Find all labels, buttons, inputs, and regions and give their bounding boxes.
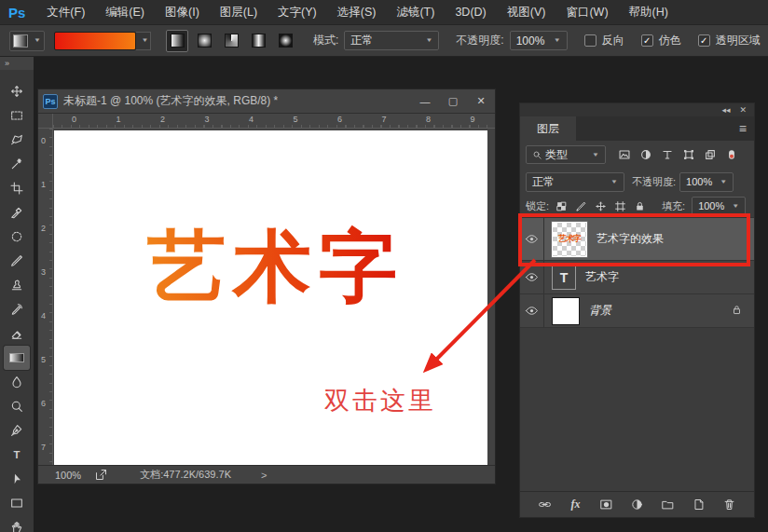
menu-item[interactable]: 文字(Y) xyxy=(267,0,327,25)
maximize-button[interactable]: ▢ xyxy=(439,92,467,111)
blend-mode-value: 正常 xyxy=(532,174,555,190)
lock-transparent-button[interactable] xyxy=(554,198,569,214)
rectangle-tool[interactable] xyxy=(4,491,30,515)
document-titlebar[interactable]: Ps 未标题-1 @ 100% (艺术字的效果, RGB/8) * — ▢ ✕ xyxy=(38,89,495,114)
mode-select[interactable]: 正常 ▼ xyxy=(344,31,439,50)
gradient-dropdown-button[interactable]: ▼ xyxy=(136,32,151,50)
pixel-filter-button[interactable] xyxy=(615,145,634,164)
brush-tool[interactable] xyxy=(4,249,30,273)
lasso-tool[interactable] xyxy=(4,128,30,152)
hand-tool[interactable] xyxy=(4,515,30,532)
adjustment-button[interactable] xyxy=(628,496,647,514)
gradient-type-radial-button[interactable] xyxy=(193,30,215,52)
menu-item[interactable]: 选择(S) xyxy=(327,0,387,25)
healing-brush-tool[interactable] xyxy=(4,225,30,249)
background-thumbnail[interactable] xyxy=(552,297,580,325)
type-filter-button[interactable] xyxy=(658,145,677,164)
link-button[interactable] xyxy=(536,496,555,514)
chevron-down-icon: ▼ xyxy=(720,179,727,185)
share-icon[interactable] xyxy=(94,468,108,482)
lock-label: 锁定: xyxy=(526,199,549,213)
checkbox-透明区域[interactable]: ✓透明区域 xyxy=(698,33,761,48)
mask-button[interactable] xyxy=(597,496,616,514)
crop-tool[interactable] xyxy=(4,176,30,200)
gradient-type-angle-button[interactable] xyxy=(220,30,242,52)
minimize-button[interactable]: — xyxy=(411,92,439,111)
dodge-tool[interactable] xyxy=(4,394,30,418)
ruler-number: 2 xyxy=(160,115,165,124)
menu-item[interactable]: 文件(F) xyxy=(36,0,95,25)
gradient-preset-picker[interactable]: ▼ xyxy=(9,31,45,51)
panel-dock-header: ◂◂ ✕ xyxy=(520,103,754,116)
lock-position-icon xyxy=(595,200,607,212)
adjustment-filter-button[interactable] xyxy=(637,145,655,164)
history-brush-tool[interactable] xyxy=(4,297,30,321)
magic-wand-icon xyxy=(9,157,24,171)
blur-icon xyxy=(9,375,24,389)
lock-pixels-button[interactable] xyxy=(573,198,589,214)
menu-item[interactable]: 窗口(W) xyxy=(555,0,618,25)
close-panel-icon[interactable]: ✕ xyxy=(739,105,747,115)
layer-name[interactable]: 背景 xyxy=(589,303,611,319)
panel-menu-icon[interactable]: ≡ xyxy=(739,116,754,141)
blur-tool[interactable] xyxy=(4,370,30,394)
marquee-tool[interactable] xyxy=(4,103,30,128)
document-ps-icon: Ps xyxy=(43,94,58,109)
layer-opacity-select[interactable]: 100% ▼ xyxy=(679,172,734,192)
layer-name[interactable]: 艺术字 xyxy=(585,269,619,285)
blend-mode-select[interactable]: 正常 ▼ xyxy=(526,172,624,192)
delete-button[interactable] xyxy=(720,496,739,514)
menu-item[interactable]: 视图(V) xyxy=(497,0,556,25)
gradient-type-diamond-button[interactable] xyxy=(274,30,296,52)
ruler-number: 5 xyxy=(294,115,298,124)
pen-tool[interactable] xyxy=(4,418,30,443)
gradient-type-linear-button[interactable] xyxy=(166,30,188,52)
filter-type-select[interactable]: 类型 ▼ xyxy=(526,145,606,164)
path-select-tool[interactable] xyxy=(4,467,30,491)
smartobject-filter-button[interactable] xyxy=(701,145,720,164)
canvas[interactable]: 艺术字 双击这里 xyxy=(54,130,487,467)
filter-toggle-button[interactable] xyxy=(722,145,741,164)
group-button[interactable] xyxy=(659,496,678,514)
eyedropper-tool[interactable] xyxy=(4,200,30,225)
move-tool[interactable] xyxy=(4,79,30,103)
zoom-level-field[interactable]: 100% xyxy=(55,470,81,481)
checkbox-仿色[interactable]: ✓仿色 xyxy=(641,33,681,48)
menu-item[interactable]: 编辑(E) xyxy=(95,0,155,25)
gradient-editor[interactable]: ▼ xyxy=(54,32,151,50)
gradient-type-reflected-button[interactable] xyxy=(247,30,269,52)
close-button[interactable]: ✕ xyxy=(467,92,495,111)
fx-button[interactable]: fx xyxy=(567,496,585,514)
eraser-tool[interactable] xyxy=(4,321,30,346)
magic-wand-tool[interactable] xyxy=(4,152,30,176)
text-layer-thumbnail[interactable]: T xyxy=(552,266,576,290)
layer-visibility-toggle[interactable] xyxy=(520,294,544,327)
svg-text:T: T xyxy=(14,449,21,460)
checkbox-反向[interactable]: 反向 xyxy=(584,33,624,48)
menu-item[interactable]: 3D(D) xyxy=(445,0,496,25)
hand-icon xyxy=(9,520,24,532)
gradient-swatch[interactable] xyxy=(54,32,136,50)
clone-stamp-tool[interactable] xyxy=(4,273,30,297)
tab-layers[interactable]: 图层 xyxy=(520,116,576,141)
status-expand-chevron[interactable]: > xyxy=(261,470,267,481)
type-tool[interactable]: T xyxy=(4,443,30,467)
menu-item[interactable]: 帮助(H) xyxy=(619,0,679,25)
layer-row-背景[interactable]: 背景 xyxy=(520,294,754,328)
chevron-down-icon: ▼ xyxy=(34,37,41,44)
menu-item[interactable]: 滤镜(T) xyxy=(386,0,445,25)
opacity-select[interactable]: 100% ▼ xyxy=(510,31,568,50)
toolbar-expand-button[interactable]: » xyxy=(0,57,34,70)
lock-all-button[interactable] xyxy=(632,198,648,214)
collapse-panel-icon[interactable]: ◂◂ xyxy=(721,105,730,115)
gradient-tool[interactable] xyxy=(4,346,30,370)
gradient-type-buttons xyxy=(166,30,296,52)
pen-icon xyxy=(9,423,24,438)
shape-filter-button[interactable] xyxy=(679,145,698,164)
lock-position-button[interactable] xyxy=(593,198,609,214)
layers-panel-bottom-bar: fx xyxy=(520,491,754,517)
menu-item[interactable]: 图层(L) xyxy=(210,0,267,25)
lock-artboard-button[interactable] xyxy=(612,198,628,214)
menu-item[interactable]: 图像(I) xyxy=(155,0,210,25)
new-layer-button[interactable] xyxy=(690,496,708,514)
